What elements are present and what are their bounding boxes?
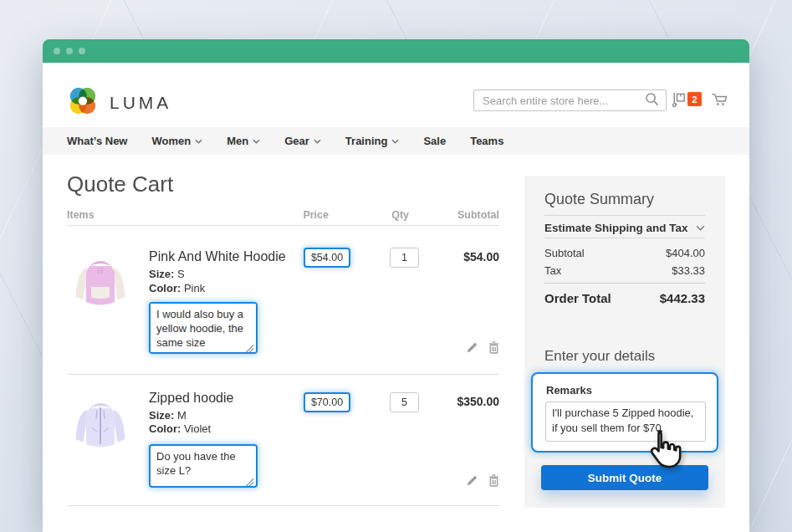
chevron-down-icon [696, 225, 705, 231]
window-titlebar [43, 39, 749, 63]
chevron-down-icon [314, 139, 321, 144]
price-input[interactable] [304, 392, 350, 412]
edit-item-icon[interactable] [466, 341, 478, 357]
divider [67, 505, 499, 506]
summary-tax-row: Tax $33.33 [544, 264, 705, 277]
estimate-shipping-toggle[interactable]: Estimate Shipping and Tax [544, 222, 705, 234]
submit-quote-button[interactable]: Submit Quote [541, 465, 708, 490]
divider [67, 374, 499, 375]
column-header-items: Items [67, 209, 95, 221]
summary-title: Quote Summary [544, 191, 654, 208]
divider [67, 225, 499, 226]
search-box [473, 90, 667, 111]
hand-cursor-icon [643, 428, 682, 475]
delete-item-icon[interactable] [488, 341, 499, 357]
chevron-down-icon [253, 139, 260, 144]
item-note-textarea[interactable]: Do you have the size L? [149, 444, 258, 488]
remarks-card: Remarks I'll purchase 5 Zipped hoodie, i… [531, 372, 718, 453]
product-size: Size: S [149, 268, 185, 280]
chevron-down-icon [391, 139, 399, 144]
edit-item-icon[interactable] [466, 474, 478, 490]
nav-item-gear[interactable]: Gear [284, 135, 321, 147]
luma-logo[interactable]: LUMA [67, 85, 171, 120]
qty-input[interactable] [390, 392, 419, 412]
row-subtotal: $54.00 [416, 250, 499, 263]
page-title: Quote Cart [67, 171, 173, 197]
order-total-row: Order Total $442.33 [544, 291, 705, 305]
quote-count-badge: 2 [687, 92, 702, 106]
luma-logo-icon [67, 85, 99, 120]
price-input[interactable] [304, 248, 350, 268]
nav-item-sale[interactable]: Sale [423, 135, 446, 147]
window-control-dot[interactable] [79, 48, 85, 54]
product-size: Size: M [149, 409, 187, 422]
qty-input[interactable] [390, 248, 419, 268]
remarks-textarea[interactable]: I'll purchase 5 Zipped hoodie, if you se… [545, 402, 706, 442]
divider [544, 238, 705, 238]
column-header-subtotal: Subtotal [432, 209, 499, 221]
product-name[interactable]: Zipped hoodie [149, 391, 233, 406]
nav-item-training[interactable]: Training [345, 135, 400, 147]
cart-icon[interactable] [711, 91, 728, 110]
search-input[interactable] [483, 95, 645, 107]
product-image-pink-hoodie[interactable] [67, 248, 134, 315]
delete-item-icon[interactable] [488, 474, 499, 490]
main-navigation: What’s New Women Men Gear Training Sale … [43, 127, 749, 155]
brand-name: LUMA [110, 93, 171, 113]
item-note-wrapper: I would also buy a yellow hoodie, the sa… [149, 302, 258, 357]
product-color: Color: Pink [149, 282, 205, 294]
product-color: Color: Violet [149, 422, 211, 435]
item-note-wrapper: Do you have the size L? [149, 444, 258, 491]
item-note-textarea[interactable]: I would also buy a yellow hoodie, the sa… [149, 302, 258, 354]
divider [544, 215, 705, 216]
nav-item-men[interactable]: Men [227, 135, 260, 147]
column-header-qty: Qty [367, 209, 409, 221]
search-icon[interactable] [645, 92, 659, 110]
summary-subtotal-row: Subtotal $404.00 [544, 247, 705, 259]
nav-item-whats-new[interactable]: What’s New [67, 135, 127, 147]
column-header-price: Price [284, 209, 329, 221]
divider [544, 283, 705, 284]
desktop-background: LUMA 2 [0, 0, 792, 532]
nav-item-teams[interactable]: Teams [470, 135, 503, 147]
product-name[interactable]: Pink And White Hoodie [149, 249, 286, 264]
quote-summary-panel: Quote Summary Estimate Shipping and Tax … [524, 176, 725, 508]
window-control-dot[interactable] [54, 48, 60, 54]
details-title: Enter your details [544, 348, 655, 365]
chevron-down-icon [195, 139, 202, 144]
window-control-dot[interactable] [66, 48, 73, 54]
product-image-zipped-hoodie[interactable] [67, 391, 134, 458]
nav-item-women[interactable]: Women [151, 135, 202, 147]
quote-list-icon[interactable] [671, 91, 687, 111]
row-subtotal: $350.00 [416, 395, 499, 408]
remarks-label: Remarks [546, 384, 592, 396]
